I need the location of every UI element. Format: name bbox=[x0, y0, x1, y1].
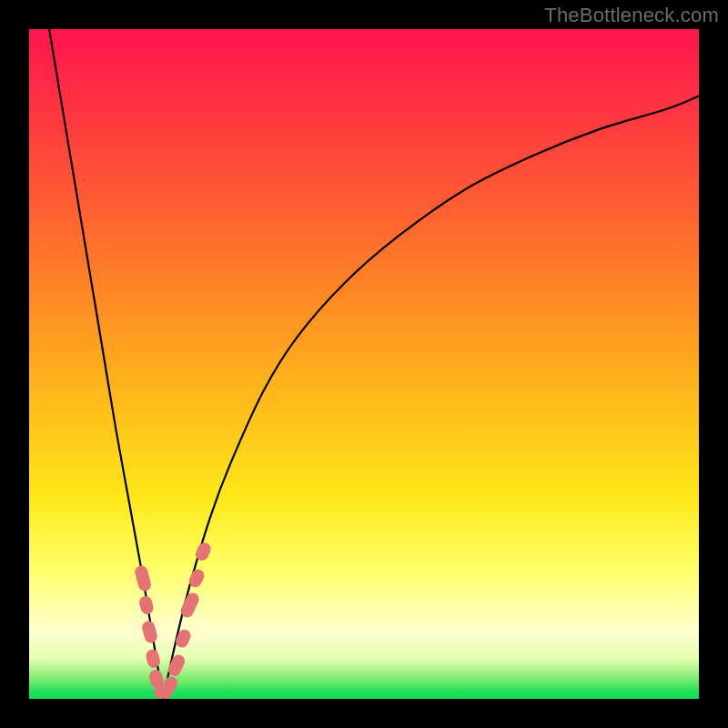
svg-rect-0 bbox=[134, 564, 153, 592]
chart-frame: TheBottleneck.com bbox=[0, 0, 728, 728]
watermark-text: TheBottleneck.com bbox=[544, 4, 719, 27]
svg-rect-2 bbox=[141, 620, 159, 644]
svg-rect-3 bbox=[145, 648, 162, 669]
highlight-marker bbox=[141, 620, 159, 644]
plot-area bbox=[29, 29, 699, 699]
highlight-marker bbox=[134, 564, 153, 592]
svg-rect-8 bbox=[174, 628, 193, 650]
highlight-marker bbox=[137, 594, 155, 615]
marker-layer bbox=[134, 541, 213, 699]
highlight-marker bbox=[145, 648, 162, 669]
highlight-marker bbox=[174, 628, 193, 650]
svg-rect-1 bbox=[137, 594, 155, 615]
chart-svg bbox=[29, 29, 699, 699]
curve-right-branch bbox=[163, 96, 699, 699]
